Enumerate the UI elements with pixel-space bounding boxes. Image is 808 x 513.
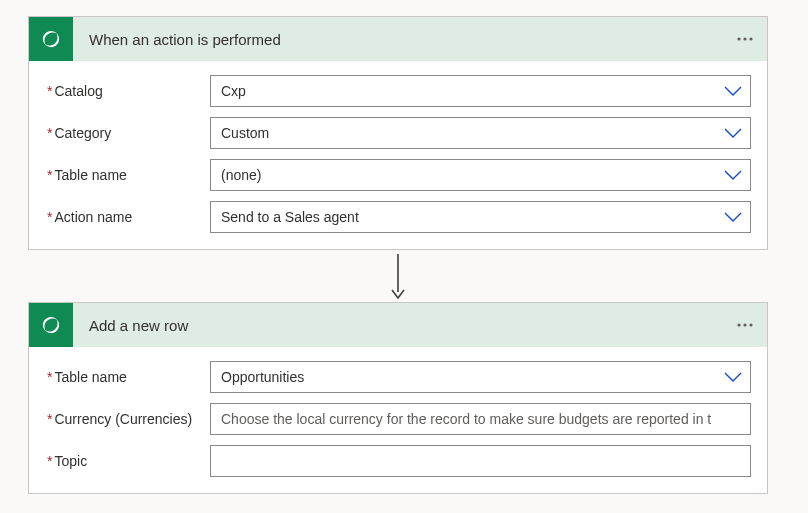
- chevron-down-icon: [724, 169, 742, 181]
- field-row-category: *Category Custom: [45, 117, 751, 149]
- field-label: *Category: [45, 125, 210, 141]
- action-menu-button[interactable]: [723, 303, 767, 347]
- trigger-card: When an action is performed *Catalog Cxp…: [28, 16, 768, 250]
- field-row-table-name: *Table name Opportunities: [45, 361, 751, 393]
- trigger-header[interactable]: When an action is performed: [29, 17, 767, 61]
- dataverse-icon: [29, 303, 73, 347]
- svg-point-0: [737, 37, 740, 40]
- svg-point-5: [743, 323, 746, 326]
- field-label: *Action name: [45, 209, 210, 225]
- field-row-table-name: *Table name (none): [45, 159, 751, 191]
- field-label: *Table name: [45, 167, 210, 183]
- field-label: *Currency (Currencies): [45, 411, 210, 427]
- svg-point-6: [749, 323, 752, 326]
- field-row-topic: *Topic: [45, 445, 751, 477]
- field-label: *Topic: [45, 453, 210, 469]
- topic-input[interactable]: [210, 445, 751, 477]
- category-select[interactable]: Custom: [210, 117, 751, 149]
- trigger-body: *Catalog Cxp *Category Custom: [29, 61, 767, 249]
- field-row-action-name: *Action name Send to a Sales agent: [45, 201, 751, 233]
- chevron-down-icon: [724, 211, 742, 223]
- field-label: *Catalog: [45, 83, 210, 99]
- chevron-down-icon: [724, 127, 742, 139]
- action-name-select[interactable]: Send to a Sales agent: [210, 201, 751, 233]
- action-card: Add a new row *Table name Opportunities …: [28, 302, 768, 494]
- field-row-currency: *Currency (Currencies) Choose the local …: [45, 403, 751, 435]
- chevron-down-icon: [724, 371, 742, 383]
- trigger-menu-button[interactable]: [723, 17, 767, 61]
- svg-point-4: [737, 323, 740, 326]
- table-name-select[interactable]: (none): [210, 159, 751, 191]
- flow-arrow: [28, 250, 768, 302]
- svg-point-1: [743, 37, 746, 40]
- trigger-title: When an action is performed: [73, 31, 723, 48]
- svg-point-2: [749, 37, 752, 40]
- dataverse-icon: [29, 17, 73, 61]
- action-table-name-select[interactable]: Opportunities: [210, 361, 751, 393]
- catalog-select[interactable]: Cxp: [210, 75, 751, 107]
- chevron-down-icon: [724, 85, 742, 97]
- action-body: *Table name Opportunities *Currency (Cur…: [29, 347, 767, 493]
- field-label: *Table name: [45, 369, 210, 385]
- currency-input[interactable]: Choose the local currency for the record…: [210, 403, 751, 435]
- field-row-catalog: *Catalog Cxp: [45, 75, 751, 107]
- action-header[interactable]: Add a new row: [29, 303, 767, 347]
- action-title: Add a new row: [73, 317, 723, 334]
